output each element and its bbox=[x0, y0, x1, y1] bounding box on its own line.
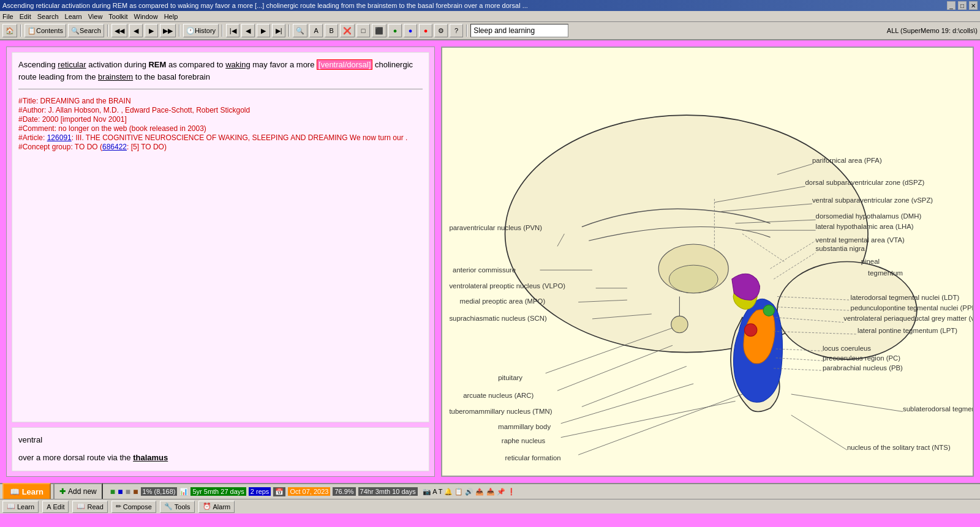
tab-compose[interactable]: ✏ Compose bbox=[111, 501, 156, 513]
cloze-answer: [ventral/dorsal] bbox=[317, 59, 372, 70]
svg-text:tegmentum: tegmentum bbox=[868, 269, 903, 277]
tab-alarm-icon: ⏰ bbox=[203, 503, 211, 510]
toolbar-btn-prev[interactable]: ◀ bbox=[241, 24, 255, 37]
card-question: Ascending reticular activation during RE… bbox=[12, 52, 429, 422]
toolbar-search-btn[interactable]: 🔍 Search bbox=[68, 24, 104, 37]
article-link[interactable]: 126091 bbox=[47, 133, 72, 142]
tab-edit-icon: A bbox=[47, 503, 51, 510]
stat-time: 74hr 3mth 10 days bbox=[358, 487, 418, 496]
left-panel: Ascending reticular activation during RE… bbox=[6, 47, 435, 477]
svg-text:raphe nucleus: raphe nucleus bbox=[502, 437, 546, 444]
tab-alarm[interactable]: ⏰ Alarm bbox=[198, 501, 235, 513]
toolbar-btn-e[interactable]: ⬛ bbox=[372, 24, 386, 37]
menu-edit[interactable]: Edit bbox=[20, 13, 31, 20]
separator-4 bbox=[222, 24, 223, 37]
stat-date-icon: 📅 bbox=[273, 487, 285, 496]
status-bottom: 📖 Learn A Edit 📖 Read ✏ Compose 🔧 Tools … bbox=[0, 499, 980, 514]
toolbar-btn-c[interactable]: ❌ bbox=[340, 24, 355, 37]
svg-text:tuberomammillary nucleus (TMN): tuberomammillary nucleus (TMN) bbox=[449, 408, 552, 415]
menu-search[interactable]: Search bbox=[37, 13, 59, 20]
svg-line-56 bbox=[578, 394, 742, 455]
svg-line-48 bbox=[557, 345, 673, 391]
separator-6 bbox=[466, 24, 467, 37]
ref-article: #Article: 126091: III. THE COGNITIVE NEU… bbox=[18, 133, 423, 142]
window-title: Ascending reticular activation during RE… bbox=[2, 2, 528, 9]
tab-tools-icon: 🔧 bbox=[164, 503, 173, 510]
toolbar-btn-g[interactable]: ? bbox=[450, 24, 463, 37]
addnew-icon: ✚ bbox=[59, 487, 66, 496]
toolbar-btn-f[interactable]: ⚙ bbox=[434, 24, 448, 37]
menu-learn[interactable]: Learn bbox=[65, 13, 82, 20]
toolbar-btn-zoom[interactable]: 🔍 bbox=[293, 24, 307, 37]
toolbar-btn-blue[interactable]: ● bbox=[404, 24, 417, 37]
nav-forward-forward[interactable]: ▶▶ bbox=[160, 24, 176, 37]
toolbar-contents-btn[interactable]: 📋 Contents bbox=[24, 24, 66, 37]
menu-bar: File Edit Search Learn View Toolkit Wind… bbox=[0, 11, 980, 22]
nav-forward[interactable]: ▶ bbox=[145, 24, 158, 37]
concept-link[interactable]: 686422 bbox=[102, 143, 127, 151]
svg-text:pineal: pineal bbox=[861, 258, 880, 265]
menu-file[interactable]: File bbox=[2, 13, 13, 20]
ref-comment: #Comment: no longer on the web (book rel… bbox=[18, 124, 423, 133]
maximize-btn[interactable]: □ bbox=[958, 1, 967, 10]
svg-point-4 bbox=[671, 316, 688, 332]
separator-2 bbox=[107, 24, 108, 37]
svg-line-66 bbox=[776, 358, 823, 361]
menu-toolkit[interactable]: Toolkit bbox=[108, 13, 127, 20]
svg-text:ventrolateral preoptic nucleus: ventrolateral preoptic nucleus (VLPO) bbox=[449, 282, 565, 290]
menu-window[interactable]: Window bbox=[134, 13, 158, 20]
q-part1: Ascending reticular activation during RE… bbox=[18, 60, 317, 69]
tab-edit-label: Edit bbox=[53, 503, 64, 510]
svg-text:pedunculopontine tegmental nuc: pedunculopontine tegmental nuclei (PPN) bbox=[851, 304, 973, 312]
nav-back-back[interactable]: ◀◀ bbox=[111, 24, 127, 37]
svg-text:anterior commissure: anterior commissure bbox=[453, 266, 516, 274]
menu-help[interactable]: Help bbox=[164, 13, 178, 20]
tab-read[interactable]: 📖 Read bbox=[72, 501, 107, 513]
toolbar-btn-last[interactable]: ▶| bbox=[272, 24, 285, 37]
svg-text:paraventricular nucleus (PVN): paraventricular nucleus (PVN) bbox=[449, 224, 542, 231]
stat-interval: 5yr 5mth 27 days bbox=[190, 487, 246, 496]
title-bar-controls[interactable]: _ □ ✕ bbox=[947, 1, 978, 10]
svg-line-52 bbox=[561, 384, 694, 424]
nav-back[interactable]: ◀ bbox=[129, 24, 143, 37]
toolbar-btn-red[interactable]: ● bbox=[419, 24, 432, 37]
tab-edit[interactable]: A Edit bbox=[42, 501, 69, 513]
svg-text:laterodorsal tegmental nuclei : laterodorsal tegmental nuclei (LDT) bbox=[851, 294, 960, 301]
search-icon: 🔍 bbox=[71, 27, 80, 35]
tab-read-icon: 📖 bbox=[77, 503, 85, 510]
toolbar-btn-b[interactable]: B bbox=[325, 24, 338, 37]
tab-compose-icon: ✏ bbox=[116, 503, 121, 510]
tab-learn[interactable]: 📖 Learn bbox=[2, 501, 39, 513]
svg-point-6 bbox=[763, 305, 774, 316]
ref-concept: #Concept group: TO DO (686422: [5] TO DO… bbox=[18, 143, 423, 151]
toolbar-btn-a[interactable]: A bbox=[309, 24, 323, 37]
history-icon: 🕐 bbox=[186, 27, 195, 35]
status-bar: 📖 Learn ✚ Add new ■ ■ ■ ■ 1% (8,168) 📊 5… bbox=[0, 483, 980, 514]
svg-text:ventral tegmental area (VTA): ventral tegmental area (VTA) bbox=[816, 236, 905, 244]
add-new-button[interactable]: ✚ Add new bbox=[53, 483, 103, 500]
main-content: Ascending reticular activation during RE… bbox=[0, 40, 980, 483]
addnew-label: Add new bbox=[68, 487, 97, 496]
tab-learn-label: Learn bbox=[17, 503, 34, 510]
learn-button[interactable]: 📖 Learn bbox=[2, 483, 51, 500]
references: #Title: DREAMING and the BRAIN #Author: … bbox=[18, 97, 423, 151]
toolbar-btn-first[interactable]: |◀ bbox=[226, 24, 239, 37]
ref-author: #Author: J. Allan Hobson, M.D. , Edward … bbox=[18, 106, 423, 114]
menu-view[interactable]: View bbox=[88, 13, 103, 20]
toolbar-history-btn[interactable]: 🕐 History bbox=[183, 24, 219, 37]
title-input[interactable] bbox=[470, 24, 568, 37]
toolbar-btn-next-item[interactable]: ▶ bbox=[257, 24, 270, 37]
svg-text:suprachiasmatic nucleus (SCN): suprachiasmatic nucleus (SCN) bbox=[449, 315, 547, 322]
svg-text:mammillary body: mammillary body bbox=[498, 423, 551, 430]
tab-tools[interactable]: 🔧 Tools bbox=[160, 501, 195, 513]
toolbar-icon-home[interactable]: 🏠 bbox=[2, 24, 17, 37]
svg-text:arcuate nucleus (ARC): arcuate nucleus (ARC) bbox=[463, 392, 533, 399]
minimize-btn[interactable]: _ bbox=[947, 1, 956, 10]
toolbar-btn-d[interactable]: □ bbox=[356, 24, 370, 37]
stat-extra-icons: 📷 A T 🔔 📋 🔊 📤 📥 📌 ❗ bbox=[423, 488, 516, 496]
separator-1 bbox=[20, 24, 21, 37]
close-btn[interactable]: ✕ bbox=[969, 1, 978, 10]
toolbar-btn-green[interactable]: ● bbox=[388, 24, 402, 37]
svg-text:sublaterodorsal tegmental nucl: sublaterodorsal tegmental nucleus (SLD) bbox=[903, 405, 973, 413]
brain-diagram-svg: parifornical area (PFA) dorsal subparave… bbox=[442, 48, 973, 476]
